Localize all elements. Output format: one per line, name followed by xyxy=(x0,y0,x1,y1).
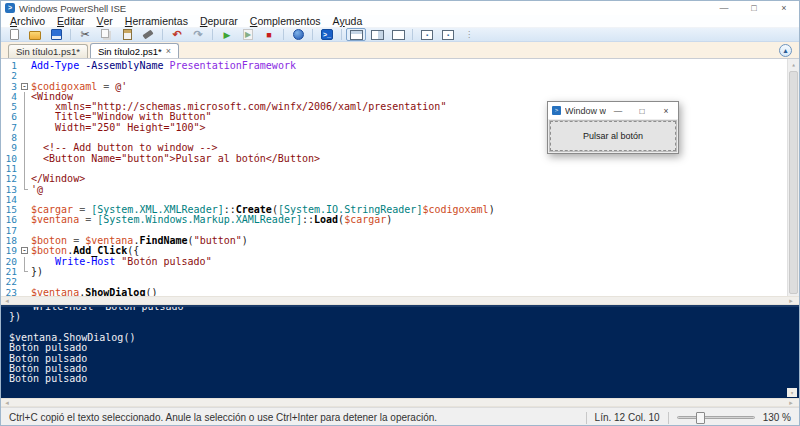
new-remote-powershell-tab-button[interactable] xyxy=(288,28,308,41)
wpf-close-button[interactable]: × xyxy=(654,102,678,119)
code-text[interactable]: $codigoxaml = @' xyxy=(31,82,787,92)
token: ) xyxy=(386,214,392,225)
code-line[interactable]: 3-$codigoxaml = @' xyxy=(1,82,787,92)
tab-sin-titulo2[interactable]: Sin título2.ps1*× xyxy=(90,43,179,58)
code-text[interactable] xyxy=(31,164,787,174)
token: $ventana xyxy=(31,287,79,296)
token: $ventana xyxy=(31,214,79,225)
menu-editar[interactable]: Editar xyxy=(51,15,90,27)
cut-button[interactable]: ✂ xyxy=(75,28,95,41)
editor-horizontal-scrollbar[interactable]: ◂ ▸ xyxy=(1,296,799,305)
new-script-button[interactable] xyxy=(4,28,24,41)
run-script-button[interactable]: ▶ xyxy=(217,28,237,41)
start-powershell-exe-button[interactable]: >_ xyxy=(317,28,337,41)
toolbar: ✂↶↷▶▶■>_▪▪⋮ xyxy=(1,28,799,42)
menu-herramientas[interactable]: Herramientas xyxy=(119,15,194,27)
zoom-slider[interactable] xyxy=(677,416,755,419)
console-scroll-down-icon[interactable]: ▾ xyxy=(787,388,797,397)
toolbar-separator xyxy=(212,29,213,40)
zoom-slider-handle[interactable] xyxy=(696,412,705,424)
code-text[interactable]: <Button Name="button">Pulsar al botón</B… xyxy=(31,154,787,164)
wpf-minimize-button[interactable]: — xyxy=(606,102,630,119)
collapse-script-pane-button[interactable]: ▴ xyxy=(779,44,792,57)
script-pane-up-button[interactable]: ▪ xyxy=(417,28,437,41)
code-text[interactable] xyxy=(31,71,787,81)
code-text[interactable]: }) xyxy=(31,267,787,277)
copy-button[interactable] xyxy=(96,28,116,41)
paste-icon xyxy=(123,29,132,40)
wpf-window[interactable]: > Window w... — □ × Pulsar al botón xyxy=(547,101,679,154)
code-line[interactable]: 13'@ xyxy=(1,185,787,195)
scroll-right-icon[interactable]: ▸ xyxy=(786,399,796,406)
menu-ayuda[interactable]: Ayuda xyxy=(326,15,368,27)
code-line[interactable]: 20 Write-Host "Botón pulsado" xyxy=(1,257,787,267)
console-pane[interactable]: Write-Host "Botón pulsado"}) $ventana.Sh… xyxy=(1,305,799,398)
code-line[interactable]: 23$ventana.ShowDialog() xyxy=(1,288,787,296)
code-line[interactable]: 16$ventana = [System.Windows.Markup.XAML… xyxy=(1,215,787,225)
toolbar-overflow-button[interactable]: ⋮ xyxy=(459,28,479,41)
show-script-pane-right-button[interactable] xyxy=(367,28,387,41)
minimize-button[interactable]: — xyxy=(709,1,739,15)
menu-archivo[interactable]: Archivo xyxy=(4,15,51,27)
code-text[interactable]: $boton = $ventana.FindName("button") xyxy=(31,236,787,246)
code-line[interactable]: 10 <Button Name="button">Pulsar al botón… xyxy=(1,154,787,164)
show-script-pane-maximized-button[interactable] xyxy=(388,28,408,41)
tab-sin-titulo1[interactable]: Sin título1.ps1* xyxy=(8,44,88,58)
tab-close-icon[interactable]: × xyxy=(166,46,171,56)
token: $cargar xyxy=(344,214,386,225)
toolbar-separator xyxy=(412,29,413,40)
menu-complementos[interactable]: Complementos xyxy=(244,15,327,27)
scroll-left-icon[interactable]: ◂ xyxy=(2,297,12,304)
code-text[interactable]: Write-Host "Botón pulsado" xyxy=(31,257,787,267)
scroll-right-icon[interactable]: ▸ xyxy=(786,297,796,304)
script-editor[interactable]: 1Add-Type -AssemblyName PresentationFram… xyxy=(1,58,799,296)
menu-ver[interactable]: Ver xyxy=(90,15,118,27)
code-line[interactable]: 11 xyxy=(1,164,787,174)
editor-scroll-thumb[interactable] xyxy=(789,71,798,294)
wpf-title-bar[interactable]: > Window w... — □ × xyxy=(548,102,678,119)
code-line[interactable]: 12</Window> xyxy=(1,174,787,184)
code-area[interactable]: 1Add-Type -AssemblyName PresentationFram… xyxy=(1,61,787,296)
show-script-pane-top-button[interactable] xyxy=(346,28,366,41)
token: ) xyxy=(489,204,495,215)
undo-button[interactable]: ↶ xyxy=(167,28,187,41)
window-title: Windows PowerShell ISE xyxy=(19,3,126,14)
pulsar-al-boton-button[interactable]: Pulsar al botón xyxy=(550,121,676,151)
console-horizontal-scrollbar[interactable]: ◂ ▸ xyxy=(1,398,799,407)
line-number: 23 xyxy=(1,288,19,296)
wpf-window-title: Window w... xyxy=(565,106,606,116)
code-text[interactable]: $ventana.ShowDialog() xyxy=(31,288,787,296)
wpf-maximize-button[interactable]: □ xyxy=(630,102,654,119)
fold-gutter[interactable]: - xyxy=(19,246,31,256)
open-script-button[interactable] xyxy=(25,28,45,41)
clear-console-button[interactable] xyxy=(138,28,158,41)
fold-gutter xyxy=(19,195,31,205)
fold-collapse-icon[interactable]: - xyxy=(21,83,28,90)
code-line[interactable]: 1Add-Type -AssemblyName PresentationFram… xyxy=(1,61,787,71)
scroll-up-icon[interactable]: ▴ xyxy=(788,59,799,70)
open-script-icon xyxy=(29,31,41,40)
fold-gutter xyxy=(19,257,31,267)
paste-button[interactable] xyxy=(117,28,137,41)
code-text[interactable]: '@ xyxy=(31,185,787,195)
wpf-window-body: Pulsar al botón xyxy=(548,119,678,153)
save-script-button[interactable] xyxy=(46,28,66,41)
redo-button[interactable]: ↷ xyxy=(188,28,208,41)
wpf-window-controls: — □ × xyxy=(606,102,678,119)
code-text[interactable]: Add-Type -AssemblyName PresentationFrame… xyxy=(31,61,787,71)
restore-button[interactable]: □ xyxy=(739,1,769,15)
code-text[interactable]: </Window> xyxy=(31,174,787,184)
script-pane-side-button[interactable]: ▪ xyxy=(438,28,458,41)
stop-operation-button[interactable]: ■ xyxy=(259,28,279,41)
status-separator xyxy=(586,412,587,424)
editor-vertical-scrollbar[interactable]: ▴ xyxy=(787,59,799,296)
fold-gutter[interactable]: - xyxy=(19,82,31,92)
code-line[interactable]: 21}) xyxy=(1,267,787,277)
menu-depurar[interactable]: Depurar xyxy=(194,15,244,27)
code-text[interactable]: $ventana = [System.Windows.Markup.XAMLRe… xyxy=(31,215,787,225)
fold-gutter xyxy=(19,236,31,246)
scroll-left-icon[interactable]: ◂ xyxy=(2,399,12,406)
fold-collapse-icon[interactable]: - xyxy=(21,247,28,254)
close-button[interactable]: × xyxy=(769,1,799,15)
run-selection-button[interactable]: ▶ xyxy=(238,28,258,41)
